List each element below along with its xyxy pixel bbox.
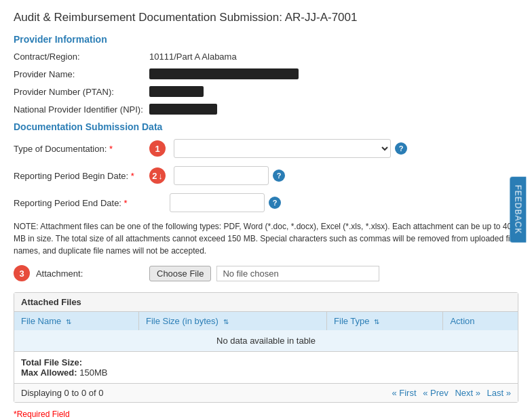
provider-name-row: Provider Name: — [14, 68, 518, 79]
type-of-doc-select[interactable] — [174, 139, 391, 158]
col-filesize[interactable]: File Size (in bytes) ⇅ — [138, 312, 326, 330]
type-of-doc-row: Type of Documentation: * 1 ? — [14, 139, 518, 158]
npi-label: National Provider Identifier (NPI): — [14, 104, 149, 115]
end-date-label: Reporting Period End Date: * — [14, 198, 149, 208]
max-allowed-value: 150MB — [79, 367, 107, 378]
npi-row: National Provider Identifier (NPI): — [14, 104, 518, 115]
pagination-row: Displaying 0 to 0 of 0 « First « Prev Ne… — [14, 383, 518, 402]
table-header-row: File Name ⇅ File Size (in bytes) ⇅ File … — [14, 312, 518, 330]
max-allowed-label: Max Allowed: — [21, 367, 77, 378]
pagination-prev[interactable]: « Prev — [423, 388, 449, 398]
provider-name-label: Provider Name: — [14, 69, 149, 79]
attached-files-section: Attached Files File Name ⇅ File Size (in… — [14, 292, 518, 403]
total-file-size-label: Total File Size: — [21, 357, 82, 367]
type-of-doc-label: Type of Documentation: * — [14, 144, 149, 154]
feedback-tab[interactable]: FEEDBACK — [510, 177, 527, 243]
end-date-input[interactable] — [170, 193, 265, 212]
step-1-badge: 1 — [149, 140, 166, 157]
type-of-doc-info-icon[interactable]: ? — [395, 142, 407, 155]
choose-file-button[interactable]: Choose File — [149, 266, 211, 281]
provider-section-title: Provider Information — [14, 34, 518, 45]
step-3-badge: 3 — [14, 265, 30, 281]
totals-row: Total File Size: Max Allowed: 150MB — [14, 351, 518, 383]
col-filetype[interactable]: File Type ⇅ — [327, 312, 443, 330]
sort-filesize-icon: ⇅ — [223, 318, 229, 325]
pagination-first[interactable]: « First — [392, 388, 416, 398]
required-note: *Required Field — [14, 410, 518, 419]
provider-number-row: Provider Number (PTAN): — [14, 86, 518, 97]
files-table-wrapper: File Name ⇅ File Size (in bytes) ⇅ File … — [14, 312, 518, 351]
pagination-links: « First « Prev Next » Last » — [387, 388, 511, 398]
step-2-badge: 2 ↓ — [149, 167, 166, 184]
attachment-label: 3 Attachment: — [14, 265, 149, 281]
end-date-info-icon[interactable]: ? — [269, 197, 281, 209]
attachment-row: 3 Attachment: Choose File No file chosen — [14, 265, 518, 281]
attachment-note: NOTE: Attachment files can be one of the… — [14, 220, 518, 257]
pagination-next[interactable]: Next » — [455, 388, 480, 398]
contract-region-row: Contract/Region: 10111/Part A Alabama — [14, 52, 518, 62]
provider-number-label: Provider Number (PTAN): — [14, 87, 149, 97]
begin-date-input[interactable] — [174, 166, 269, 185]
col-filename[interactable]: File Name ⇅ — [14, 312, 138, 330]
end-date-row: Reporting Period End Date: * ? — [14, 193, 518, 212]
begin-date-info-icon[interactable]: ? — [273, 169, 285, 182]
provider-name-redacted — [149, 68, 299, 79]
contract-region-label: Contract/Region: — [14, 52, 149, 62]
begin-date-label: Reporting Period Begin Date: * — [14, 171, 149, 181]
npi-redacted — [149, 104, 217, 115]
pagination-display: Displaying 0 to 0 of 0 — [21, 388, 103, 398]
provider-number-redacted — [149, 86, 204, 97]
files-table: File Name ⇅ File Size (in bytes) ⇅ File … — [14, 312, 518, 351]
no-data-row: No data available in table — [14, 330, 518, 351]
sort-filetype-icon: ⇅ — [374, 318, 379, 325]
page-title: Audit & Reimbursement Documentation Subm… — [14, 11, 518, 24]
doc-section-title: Documentation Submission Data — [14, 121, 518, 132]
pagination-last[interactable]: Last » — [487, 388, 511, 398]
col-action: Action — [443, 312, 518, 330]
no-file-text: No file chosen — [216, 266, 379, 281]
no-data-message: No data available in table — [14, 330, 518, 351]
contract-region-value: 10111/Part A Alabama — [149, 52, 237, 62]
sort-filename-icon: ⇅ — [66, 318, 71, 325]
begin-date-row: Reporting Period Begin Date: * 2 ↓ ? — [14, 166, 518, 185]
attached-files-header: Attached Files — [14, 293, 518, 312]
